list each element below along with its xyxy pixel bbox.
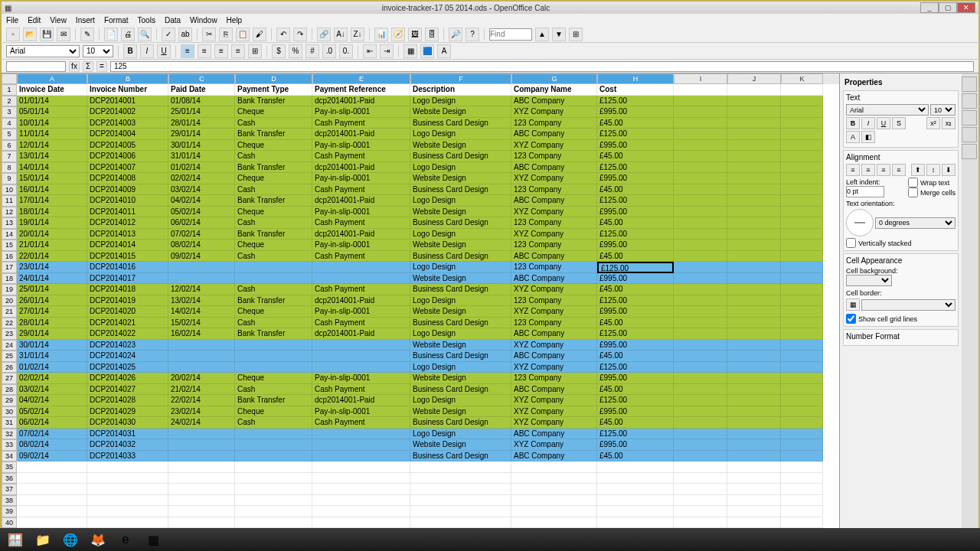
add-decimal-button[interactable]: .0 xyxy=(322,44,336,58)
sidebar-tab-functions[interactable] xyxy=(962,144,977,159)
cell[interactable]: DCP2014001 xyxy=(87,96,168,107)
cell[interactable]: 12/02/14 xyxy=(168,284,235,295)
cell[interactable] xyxy=(410,495,511,507)
cell[interactable]: Pay-in-slip-0001 xyxy=(312,106,410,118)
cell[interactable]: 09/02/14 xyxy=(17,451,87,462)
cell[interactable]: Company Name xyxy=(511,84,597,96)
cell[interactable] xyxy=(511,473,597,484)
border-style-button[interactable]: ▦ xyxy=(846,298,860,311)
cell[interactable] xyxy=(674,151,727,162)
cell[interactable] xyxy=(781,350,823,362)
row-header[interactable]: 3 xyxy=(2,106,17,118)
cell[interactable] xyxy=(511,461,597,473)
cell[interactable]: XYZ Company xyxy=(511,362,597,373)
row-header[interactable]: 36 xyxy=(2,473,17,484)
cell[interactable]: DCP2014014 xyxy=(87,240,168,251)
ie-icon[interactable]: e xyxy=(113,530,138,549)
cell[interactable]: Website Design xyxy=(410,439,511,451)
cell[interactable] xyxy=(168,262,235,273)
cell[interactable] xyxy=(674,495,727,507)
row-header[interactable]: 7 xyxy=(2,151,17,162)
cell[interactable] xyxy=(312,262,410,273)
cell[interactable]: Cash Payment xyxy=(312,318,410,329)
cell[interactable] xyxy=(674,207,727,218)
align-center-button[interactable]: ≡ xyxy=(198,44,211,58)
cell[interactable]: XYZ Company xyxy=(511,284,597,295)
merge-cells-button[interactable]: ⊞ xyxy=(248,44,262,58)
cell[interactable] xyxy=(17,495,87,507)
indent-input[interactable] xyxy=(846,186,884,197)
cell[interactable]: XYZ Company xyxy=(511,140,597,152)
row-header[interactable]: 6 xyxy=(2,140,17,152)
zoom-button[interactable]: 🔎 xyxy=(449,28,462,41)
sidebar-align-left[interactable]: ≡ xyxy=(846,164,860,176)
cell[interactable]: Pay-in-slip-0001 xyxy=(312,207,410,218)
cell[interactable]: 03/02/14 xyxy=(17,384,87,396)
menu-tools[interactable]: Tools xyxy=(138,16,155,24)
cell[interactable] xyxy=(674,429,727,440)
cell[interactable] xyxy=(312,506,410,517)
cell[interactable] xyxy=(674,461,727,473)
cell[interactable]: Cheque xyxy=(235,240,312,251)
number-button[interactable]: # xyxy=(305,44,319,58)
cell[interactable]: £995.00 xyxy=(597,340,674,351)
cell[interactable]: DCP2014020 xyxy=(87,306,168,318)
cell[interactable] xyxy=(727,184,781,196)
cell[interactable]: XYZ Company xyxy=(511,306,597,318)
cell[interactable] xyxy=(781,384,823,396)
cell[interactable] xyxy=(781,162,823,174)
column-header-D[interactable]: D xyxy=(235,73,312,84)
cell[interactable]: XYZ Company xyxy=(511,106,597,118)
cell[interactable] xyxy=(168,506,235,517)
cell[interactable] xyxy=(168,362,235,373)
cell[interactable]: ABC Company xyxy=(511,384,597,396)
row-header[interactable]: 22 xyxy=(2,318,17,329)
cell[interactable]: Logo Design xyxy=(410,96,511,107)
sidebar-tab-properties[interactable] xyxy=(962,77,977,92)
cell[interactable] xyxy=(674,384,727,396)
email-button[interactable]: ✉ xyxy=(57,28,70,41)
preview-button[interactable]: 🔍 xyxy=(138,28,152,41)
cell[interactable]: DCP2014024 xyxy=(87,350,168,362)
cell[interactable] xyxy=(674,484,727,495)
row-header[interactable]: 10 xyxy=(2,184,17,196)
cell[interactable] xyxy=(168,495,235,507)
cell[interactable] xyxy=(781,295,823,307)
row-header[interactable]: 4 xyxy=(2,118,17,129)
cell[interactable] xyxy=(168,461,235,473)
cell[interactable]: Website Design xyxy=(410,173,511,184)
cell[interactable]: 25/01/14 xyxy=(168,106,235,118)
cell[interactable] xyxy=(674,195,727,207)
cell[interactable] xyxy=(312,495,410,507)
sidebar-valign-top[interactable]: ⬆ xyxy=(911,164,925,176)
cell[interactable]: £45.00 xyxy=(597,384,674,396)
cell[interactable] xyxy=(674,118,727,129)
redo-button[interactable]: ↷ xyxy=(293,28,307,41)
cell[interactable]: Cash xyxy=(235,384,312,396)
cell[interactable]: Website Design xyxy=(410,340,511,351)
cell[interactable]: Business Card Design xyxy=(410,118,511,129)
cell[interactable]: £125.00 xyxy=(597,328,674,340)
cell[interactable]: Logo Design xyxy=(410,229,511,240)
cell[interactable] xyxy=(17,506,87,517)
cell[interactable]: Description xyxy=(410,84,511,96)
cell[interactable] xyxy=(410,461,511,473)
export-pdf-button[interactable]: 📄 xyxy=(104,28,118,41)
cell[interactable] xyxy=(727,217,781,229)
cell[interactable] xyxy=(87,506,168,517)
hyperlink-button[interactable]: 🔗 xyxy=(317,28,331,41)
cell[interactable] xyxy=(674,328,727,340)
cell[interactable]: £45.00 xyxy=(597,451,674,462)
cell[interactable] xyxy=(674,362,727,373)
cell[interactable] xyxy=(235,262,312,273)
cell[interactable] xyxy=(674,84,727,96)
row-header[interactable]: 12 xyxy=(2,207,17,218)
row-header[interactable]: 31 xyxy=(2,417,17,429)
cell[interactable] xyxy=(312,484,410,495)
cell[interactable] xyxy=(235,517,312,529)
column-header-J[interactable]: J xyxy=(727,73,781,84)
cell[interactable] xyxy=(312,350,410,362)
row-header[interactable]: 24 xyxy=(2,340,17,351)
cell[interactable] xyxy=(727,406,781,418)
cell[interactable]: 13/02/14 xyxy=(168,295,235,307)
